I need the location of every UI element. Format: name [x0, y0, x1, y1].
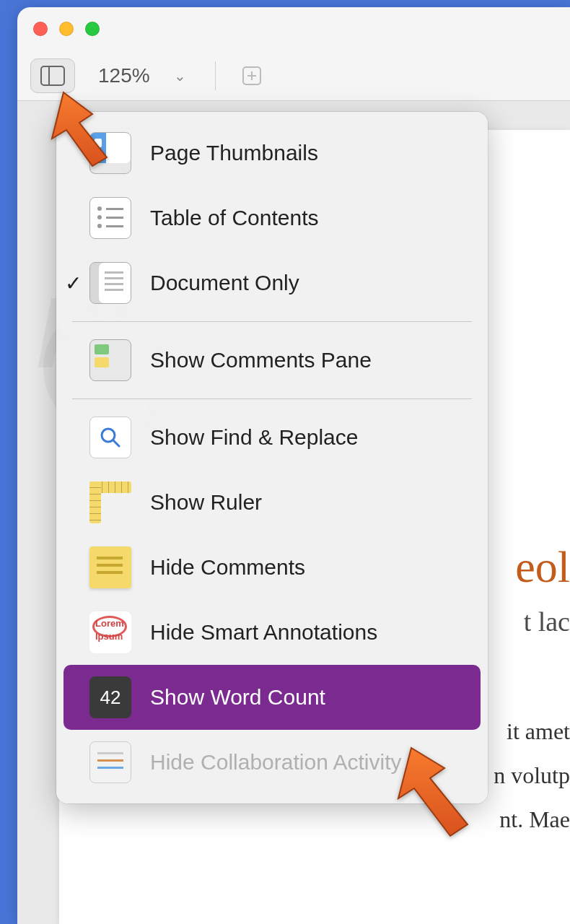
toolbar-divider [215, 61, 216, 90]
word-count-icon: 42 [89, 676, 131, 718]
menu-item-show-ruler[interactable]: Show Ruler [63, 470, 481, 535]
toolbar: 125% ⌄ [17, 51, 570, 101]
checkmark-icon: ✓ [65, 271, 82, 295]
table-of-contents-icon [89, 197, 131, 239]
menu-label: Show Comments Pane [150, 348, 372, 372]
menu-item-hide-collaboration-activity: Hide Collaboration Activity [63, 730, 481, 795]
view-options-button[interactable] [30, 58, 75, 93]
search-icon [89, 417, 131, 458]
menu-label: Hide Smart Annotations [150, 620, 377, 645]
zoom-dropdown[interactable]: 125% ⌄ [88, 58, 196, 93]
menu-separator [72, 398, 472, 399]
menu-label: Hide Collaboration Activity [150, 750, 402, 775]
zoom-value: 125% [98, 64, 150, 87]
view-options-menu: Page Thumbnails Table of Contents ✓ Docu… [56, 112, 488, 803]
page-thumbnails-icon [89, 132, 131, 174]
comments-pane-icon [89, 339, 131, 381]
menu-item-hide-smart-annotations[interactable]: Lorem Ipsum Hide Smart Annotations [63, 600, 481, 665]
close-window-button[interactable] [33, 22, 48, 36]
menu-item-show-comments-pane[interactable]: Show Comments Pane [63, 328, 481, 393]
menu-item-page-thumbnails[interactable]: Page Thumbnails [63, 121, 481, 186]
add-page-button[interactable] [234, 58, 269, 93]
menu-separator [72, 321, 472, 322]
smart-annotations-icon: Lorem Ipsum [89, 611, 131, 653]
chevron-down-icon: ⌄ [174, 67, 186, 84]
titlebar [17, 7, 570, 51]
minimize-window-button[interactable] [59, 22, 74, 36]
menu-item-document-only[interactable]: ✓ Document Only [63, 250, 481, 315]
menu-item-hide-comments[interactable]: Hide Comments [63, 535, 481, 600]
svg-rect-0 [41, 66, 64, 85]
menu-label: Show Find & Replace [150, 425, 359, 450]
comments-icon [89, 546, 131, 588]
menu-label: Table of Contents [150, 206, 318, 230]
fullscreen-window-button[interactable] [85, 22, 100, 36]
ruler-icon [89, 481, 131, 523]
menu-item-show-find-replace[interactable]: Show Find & Replace [63, 405, 481, 470]
word-count-number: 42 [100, 687, 121, 709]
menu-item-table-of-contents[interactable]: Table of Contents [63, 186, 481, 250]
menu-label: Hide Comments [150, 555, 305, 580]
document-only-icon [89, 262, 131, 304]
menu-label: Page Thumbnails [150, 141, 318, 165]
menu-item-show-word-count[interactable]: 42 Show Word Count [63, 665, 481, 730]
menu-label: Document Only [150, 271, 299, 295]
plus-icon [242, 66, 261, 85]
menu-label: Show Ruler [150, 490, 262, 515]
sidebar-panel-icon [40, 66, 65, 86]
menu-label: Show Word Count [150, 685, 325, 710]
collaboration-activity-icon [89, 741, 131, 783]
svg-line-6 [113, 440, 119, 446]
body-line: nt. Mae [59, 798, 570, 842]
